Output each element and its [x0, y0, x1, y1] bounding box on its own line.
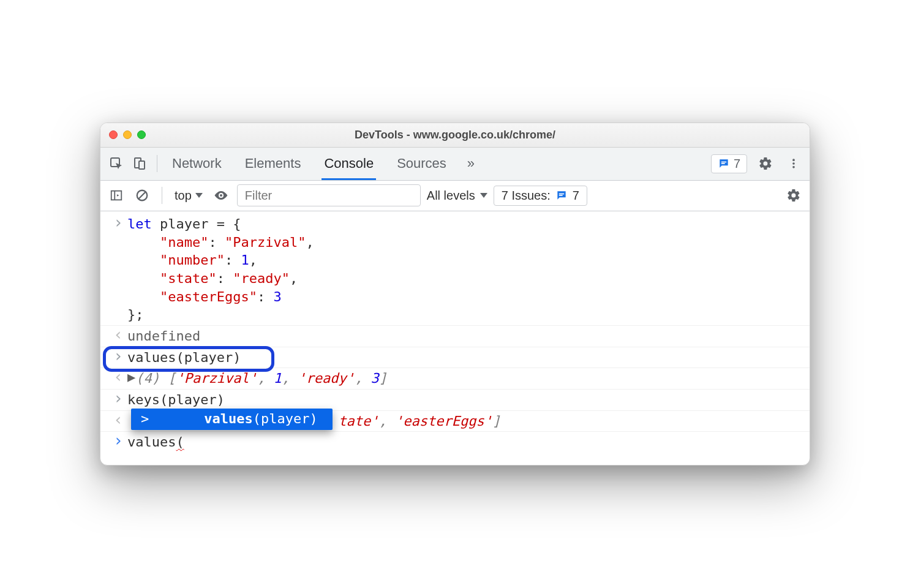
svg-rect-3 — [721, 162, 726, 163]
chat-icon — [718, 157, 730, 170]
issues-button[interactable]: 7 Issues: 7 — [494, 186, 587, 206]
console-toolbar: top All levels 7 Issues: 7 — [100, 181, 810, 211]
svg-rect-14 — [559, 194, 564, 195]
svg-rect-8 — [111, 191, 122, 200]
svg-marker-10 — [117, 195, 119, 197]
settings-icon[interactable] — [756, 154, 775, 173]
chevron-down-icon — [195, 193, 203, 198]
messages-count: 7 — [734, 157, 740, 171]
svg-rect-4 — [721, 164, 725, 165]
console-input-row[interactable]: let player = { "name": "Parzival", "numb… — [100, 211, 810, 325]
svg-point-5 — [792, 159, 795, 162]
console-input-row[interactable]: keys(player) — [100, 389, 810, 410]
expand-triangle-icon[interactable]: ▶ — [127, 368, 135, 386]
autocomplete-suggestion: values(player) — [204, 410, 317, 428]
separator — [162, 187, 162, 204]
console-settings-icon[interactable] — [784, 186, 803, 205]
array-result: ▶(4) ['Parzival', 1, 'ready', 3] — [127, 369, 803, 388]
messages-badge[interactable]: 7 — [711, 154, 747, 173]
svg-point-13 — [220, 194, 222, 197]
svg-point-6 — [792, 163, 795, 165]
log-levels-selector[interactable]: All levels — [427, 189, 487, 203]
autocomplete-prompt: > — [141, 410, 149, 428]
chat-icon — [555, 189, 568, 202]
code-block: let player = { "name": "Parzival", "numb… — [127, 215, 803, 324]
minimize-window-button[interactable] — [123, 130, 132, 139]
title-bar: DevTools - www.google.co.uk/chrome/ — [100, 123, 810, 148]
svg-point-7 — [792, 166, 795, 168]
output-prompt-icon — [109, 369, 127, 388]
clear-console-icon[interactable] — [132, 186, 152, 205]
console-output-row[interactable]: ▶(4) ['name', 'number', 'state', 'easter… — [100, 410, 810, 432]
show-console-sidebar-icon[interactable] — [107, 186, 126, 205]
code-line: values(player) — [127, 349, 803, 367]
context-label: top — [175, 189, 192, 203]
input-prompt-icon — [109, 215, 127, 324]
issues-label: 7 Issues: — [502, 189, 551, 203]
input-prompt-icon — [109, 391, 127, 409]
device-toggle-icon[interactable] — [130, 154, 149, 173]
main-tab-bar: Network Elements Console Sources » 7 — [100, 148, 810, 181]
filter-input[interactable] — [237, 184, 421, 206]
tab-console[interactable]: Console — [322, 147, 376, 180]
tab-sources[interactable]: Sources — [394, 147, 449, 180]
separator — [157, 155, 157, 172]
console-input-row[interactable]: values(player) — [100, 347, 810, 368]
panel-tabs: Network Elements Console Sources » — [170, 147, 707, 180]
chevron-down-icon — [480, 193, 487, 198]
levels-label: All levels — [427, 189, 475, 203]
console-live-input-row[interactable]: values( — [100, 431, 810, 453]
autocomplete-popup[interactable]: > values(player) — [131, 409, 333, 431]
maximize-window-button[interactable] — [137, 130, 146, 139]
more-tabs-button[interactable]: » — [467, 156, 475, 172]
output-prompt-icon — [109, 327, 127, 345]
current-input[interactable]: values( — [127, 433, 803, 451]
console-output-row[interactable]: ▶(4) ['Parzival', 1, 'ready', 3] — [100, 368, 810, 389]
input-prompt-icon — [109, 433, 127, 451]
code-line: keys(player) — [127, 391, 803, 409]
svg-rect-2 — [139, 161, 145, 169]
output-prompt-icon — [109, 412, 127, 431]
undefined-result: undefined — [127, 327, 803, 345]
close-window-button[interactable] — [109, 130, 118, 139]
tab-network[interactable]: Network — [170, 147, 224, 180]
console-output: let player = { "name": "Parzival", "numb… — [100, 211, 810, 465]
input-prompt-icon — [109, 349, 127, 367]
traffic-lights — [109, 130, 146, 139]
inspect-element-icon[interactable] — [107, 154, 126, 173]
devtools-window: DevTools - www.google.co.uk/chrome/ Netw… — [100, 123, 810, 466]
window-title: DevTools - www.google.co.uk/chrome/ — [109, 129, 801, 141]
issues-count: 7 — [573, 189, 579, 203]
tab-elements[interactable]: Elements — [243, 147, 304, 180]
svg-rect-15 — [559, 195, 563, 197]
execution-context-selector[interactable]: top — [172, 189, 205, 203]
live-expression-icon[interactable] — [211, 186, 231, 205]
svg-line-12 — [139, 192, 146, 199]
tabbar-right-tools: 7 — [711, 154, 803, 173]
kebab-menu-icon[interactable] — [784, 154, 803, 173]
console-output-row: undefined — [100, 325, 810, 347]
